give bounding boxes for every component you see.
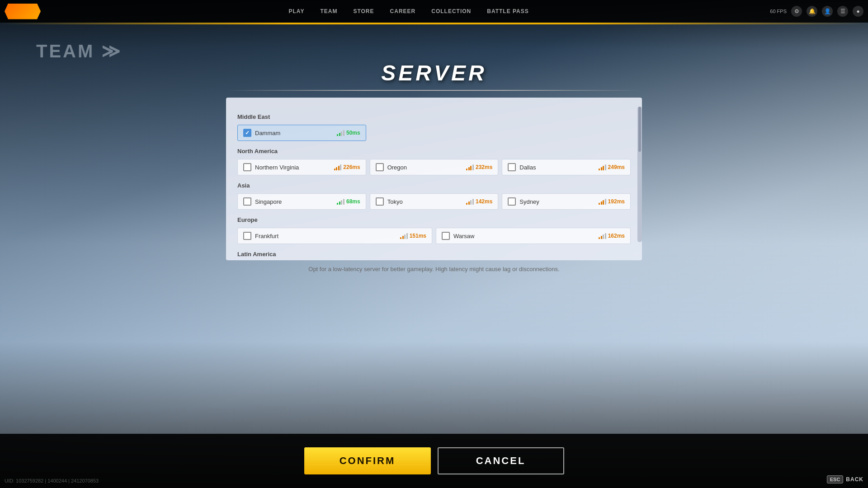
nav-battlepass[interactable]: BATTLE PASS [480, 6, 536, 17]
esc-back: ESC BACK [827, 475, 863, 483]
checkbox-dallas[interactable] [508, 163, 516, 171]
ping-warsaw: 162ms [599, 233, 625, 239]
nav-right-icons: 60 FPS ⚙ 🔔 👤 ☰ ● [770, 6, 863, 17]
server-frankfurt[interactable]: Frankfurt 151ms [237, 228, 432, 244]
ping-oregon: 232ms [466, 164, 492, 170]
settings-icon[interactable]: ⚙ [791, 6, 802, 17]
asia-grid: Singapore 68ms Tokyo [237, 193, 631, 210]
confirm-button[interactable]: CONFIRM [304, 447, 431, 474]
esc-key[interactable]: ESC [827, 475, 844, 483]
nav-team[interactable]: TEAM [313, 6, 344, 17]
menu-icon[interactable]: ☰ [837, 6, 848, 17]
server-dialog: SERVER Middle East Dammam [226, 61, 642, 272]
main-content: SERVER Middle East Dammam [0, 24, 868, 488]
server-name-frankfurt: Frankfurt [255, 233, 396, 239]
top-navigation: PLAY TEAM STORE CAREER COLLECTION BATTLE… [0, 0, 868, 23]
server-name-warsaw: Warsaw [453, 233, 595, 239]
checkbox-frankfurt[interactable] [243, 232, 251, 240]
checkbox-singapore[interactable] [243, 197, 251, 206]
server-singapore[interactable]: Singapore 68ms [237, 193, 366, 210]
ping-value-warsaw: 162ms [608, 233, 625, 239]
title-divider [226, 90, 642, 91]
uid-text: UID: 1032759282 | 1400244 | 2412070853 [5, 478, 99, 483]
profile-icon[interactable]: 👤 [822, 6, 833, 17]
nav-collection[interactable]: COLLECTION [425, 6, 478, 17]
checkbox-dammam[interactable] [243, 129, 251, 137]
region-north-america: North America [237, 148, 631, 155]
europe-grid: Frankfurt 151ms Warsaw [237, 228, 631, 244]
notifications-icon[interactable]: 🔔 [807, 6, 817, 17]
server-name-singapore: Singapore [255, 198, 333, 205]
ping-value-oregon: 232ms [476, 164, 492, 170]
cancel-button[interactable]: CANCEL [438, 447, 564, 474]
server-tokyo[interactable]: Tokyo 142ms [370, 193, 499, 210]
nav-career[interactable]: CAREER [383, 6, 423, 17]
ping-value-tokyo: 142ms [476, 198, 492, 205]
server-name-tokyo: Tokyo [387, 198, 463, 205]
server-name-dammam: Dammam [255, 130, 333, 136]
server-warsaw[interactable]: Warsaw 162ms [436, 228, 631, 244]
game-logo [5, 4, 41, 19]
checkbox-tokyo[interactable] [376, 197, 384, 206]
fps-counter: 60 FPS [770, 9, 787, 14]
nav-play[interactable]: PLAY [282, 6, 311, 17]
server-name-northern-virginia: Northern Virginia [255, 164, 330, 171]
ping-singapore: 68ms [337, 198, 360, 205]
scrollbar[interactable] [638, 107, 641, 152]
ping-northern-virginia: 226ms [334, 164, 360, 170]
checkbox-oregon[interactable] [376, 163, 384, 171]
ping-dammam: 50ms [337, 130, 360, 136]
server-panel: Middle East Dammam 50ms [226, 98, 642, 260]
ping-sydney: 192ms [599, 198, 625, 205]
nav-items: PLAY TEAM STORE CAREER COLLECTION BATTLE… [47, 6, 770, 17]
server-name-oregon: Oregon [387, 164, 463, 171]
ping-tokyo: 142ms [466, 198, 492, 205]
checkbox-sydney[interactable] [508, 197, 516, 206]
bottom-bar: CONFIRM CANCEL [0, 434, 868, 488]
hint-text: Opt for a low-latency server for better … [226, 266, 642, 272]
server-oregon[interactable]: Oregon 232ms [370, 159, 499, 175]
server-name-sydney: Sydney [519, 198, 595, 205]
avatar[interactable]: ● [853, 6, 863, 17]
server-sydney[interactable]: Sydney 192ms [502, 193, 631, 210]
region-asia: Asia [237, 182, 631, 189]
checkbox-warsaw[interactable] [442, 232, 450, 240]
ping-value-singapore: 68ms [346, 198, 360, 205]
server-dammam[interactable]: Dammam 50ms [237, 125, 366, 141]
ping-value-sydney: 192ms [608, 198, 625, 205]
north-america-grid: Northern Virginia 226ms Oregon [237, 159, 631, 175]
region-europe: Europe [237, 216, 631, 223]
ping-value-dallas: 249ms [608, 164, 625, 170]
server-northern-virginia[interactable]: Northern Virginia 226ms [237, 159, 366, 175]
checkbox-northern-virginia[interactable] [243, 163, 251, 171]
ping-value-northern-virginia: 226ms [343, 164, 360, 170]
ping-value-dammam: 50ms [346, 130, 360, 136]
ping-dallas: 249ms [599, 164, 625, 170]
nav-store[interactable]: STORE [346, 6, 381, 17]
dialog-title: SERVER [226, 61, 642, 85]
accent-bar [0, 23, 868, 24]
server-dallas[interactable]: Dallas 249ms [502, 159, 631, 175]
ping-value-frankfurt: 151ms [410, 233, 426, 239]
server-name-dallas: Dallas [519, 164, 595, 171]
region-middle-east: Middle East [237, 113, 631, 120]
back-label: BACK [846, 476, 863, 483]
region-latin-america: Latin America [237, 251, 631, 258]
ping-frankfurt: 151ms [400, 233, 426, 239]
